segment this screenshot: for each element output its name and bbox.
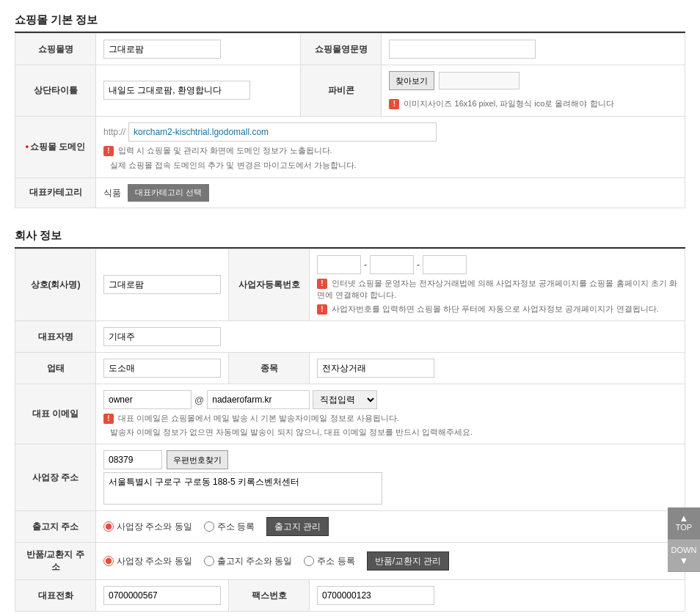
category-select-button[interactable]: 대표카테고리 선택 (128, 184, 209, 202)
domain-label: •쇼핑몰 도메인 (15, 116, 96, 177)
shop-eng-name-cell (382, 34, 685, 65)
phone-cell (96, 580, 229, 612)
biz-type-input[interactable] (103, 359, 221, 378)
favicon-info: ! 이미지사이즈 16x16 pixel, 파일형식 ico로 올려해야 합니다 (389, 98, 613, 110)
email-info-icon1: ! (103, 414, 114, 424)
ceo-name-cell (96, 321, 685, 353)
return-radio1[interactable] (103, 556, 114, 566)
section-title-basic: 쇼핑몰 기본 정보 (15, 7, 685, 33)
ship-radio1[interactable] (103, 521, 114, 532)
email-cell: @ 직접입력 naver.com gmail.com daum.net ! 대표… (96, 384, 685, 444)
shop-name-input[interactable] (103, 40, 221, 59)
top-title-cell (96, 65, 301, 117)
shop-name-cell (96, 34, 301, 65)
addr-textarea[interactable]: 서울특별시 구로구 구로동 188-5 키록스벤처센터 (103, 472, 382, 505)
ceo-name-input[interactable] (103, 327, 221, 346)
email-select[interactable]: 직접입력 naver.com gmail.com daum.net (313, 390, 377, 409)
ship-radio1-text: 사업장 주소와 동일 (117, 521, 192, 533)
phone-input[interactable] (103, 586, 221, 605)
category-label: 대표카테고리 (15, 177, 96, 208)
down-button[interactable]: DOWN ▼ (668, 540, 700, 572)
email-info2: 발송자 이메일 정보가 없으면 자동메일 발송이 되지 않으니, 대표 이메일 … (103, 426, 677, 439)
email-domain-input[interactable] (207, 390, 310, 409)
return-radio1-label[interactable]: 사업장 주소와 동일 (103, 555, 192, 568)
email-user-input[interactable] (103, 390, 192, 409)
return-radio2-text: 출고지 주소와 동일 (217, 555, 293, 568)
email-label: 대표 이메일 (15, 384, 96, 444)
biz-num-input1[interactable] (317, 255, 361, 274)
biz-sep1: - (364, 260, 367, 270)
company-name-cell (96, 249, 229, 321)
ship-addr-cell: 사업장 주소와 동일 주소 등록 출고지 관리 (96, 511, 685, 543)
return-radio3-text: 주소 등록 (317, 555, 354, 568)
biz-num-input3[interactable] (423, 255, 467, 274)
top-title-input[interactable] (103, 81, 250, 100)
down-arrow: ▼ (679, 556, 689, 565)
domain-cell: http:// ! 입력 시 쇼핑몰 및 관리자 화면에 도메인 정보가 노출됩… (96, 116, 685, 177)
zip-search-button[interactable]: 우편번호찾기 (167, 450, 228, 469)
fax-input[interactable] (317, 586, 434, 605)
fab-container: ▲ TOP DOWN ▼ (668, 507, 700, 572)
return-addr-label: 반품/교환지 주소 (15, 543, 96, 580)
basic-info-table: 쇼핑몰명 쇼핑몰영문명 상단타이틀 파비콘 찾아보기 ! 이미지사이즈 16x1… (15, 33, 685, 208)
top-arrow: ▲ (679, 513, 689, 523)
section-title-company: 회사 정보 (15, 223, 685, 249)
category-value: 식품 (103, 187, 121, 197)
biz-num-label: 사업자등록번호 (229, 249, 310, 321)
biz-type-cell (96, 353, 229, 384)
ship-radio2-text: 주소 등록 (217, 521, 255, 533)
biz-item-label: 종목 (229, 353, 310, 384)
favicon-cell: 찾아보기 ! 이미지사이즈 16x16 pixel, 파일형식 ico로 올려해… (382, 65, 685, 117)
shop-eng-name-label: 쇼핑몰영문명 (301, 34, 382, 65)
ship-radio1-label[interactable]: 사업장 주소와 동일 (103, 521, 192, 533)
email-info1: ! 대표 이메일은 쇼핑몰에서 메일 발송 시 기본 발송자이메일 정보로 사용… (103, 412, 677, 425)
biz-num-cell: - - ! 인터넷 쇼핑몰 운영자는 전자상거래법에 의해 사업자정보 공개페이… (310, 249, 685, 321)
return-addr-cell: 사업장 주소와 동일 출고지 주소와 동일 주소 등록 반품/교환지 관리 (96, 543, 685, 580)
ship-radio2[interactable] (204, 521, 214, 532)
top-button[interactable]: ▲ TOP (668, 507, 700, 540)
at-sign: @ (194, 395, 204, 406)
ship-manage-button[interactable]: 출고지 관리 (266, 517, 329, 536)
biz-info1: ! 인터넷 쇼핑몰 운영자는 전자상거래법에 의해 사업자정보 공개페이지를 쇼… (317, 277, 677, 301)
return-manage-button[interactable]: 반품/교환지 관리 (367, 551, 450, 571)
company-info-table: 상호(회사명) 사업자등록번호 - - ! 인터넷 쇼핑몰 운영자는 전자상거래… (15, 249, 685, 612)
shop-name-label: 쇼핑몰명 (15, 34, 96, 65)
favicon-preview (439, 72, 519, 89)
biz-type-label: 업태 (15, 353, 96, 384)
biz-item-input[interactable] (317, 359, 434, 378)
zip-input[interactable] (103, 450, 162, 469)
return-radio3-label[interactable]: 주소 등록 (304, 555, 354, 568)
biz-num-input2[interactable] (370, 255, 414, 274)
fax-cell (310, 580, 685, 612)
return-radio3[interactable] (304, 556, 314, 566)
biz-info-icon2: ! (317, 304, 327, 315)
biz-item-cell (310, 353, 685, 384)
ceo-name-label: 대표자명 (15, 321, 96, 353)
biz-sep2: - (417, 260, 420, 270)
addr-cell: 우편번호찾기 서울특별시 구로구 구로동 188-5 키록스벤처센터 (96, 444, 685, 511)
domain-prefix: http:// (103, 127, 125, 137)
return-radio1-text: 사업장 주소와 동일 (117, 555, 192, 568)
category-cell: 식품 대표카테고리 선택 (96, 177, 685, 208)
fax-label: 팩스번호 (229, 580, 310, 612)
domain-input[interactable] (128, 122, 437, 142)
company-name-input[interactable] (103, 275, 221, 294)
biz-info-icon1: ! (317, 279, 327, 289)
addr-label: 사업장 주소 (15, 444, 96, 511)
return-radio2[interactable] (204, 556, 214, 566)
domain-info-icon1: ! (103, 146, 114, 156)
top-title-label: 상단타이틀 (15, 65, 96, 117)
domain-info2: 실제 쇼핑몰 접속 도메인의 추가 및 변경은 마이고도에서 가능합니다. (103, 159, 677, 172)
domain-required: • (26, 142, 29, 152)
shop-eng-name-input[interactable] (389, 40, 536, 59)
top-label: TOP (676, 523, 692, 532)
favicon-label: 파비콘 (301, 65, 382, 117)
phone-label: 대표전화 (15, 580, 96, 612)
domain-info1: ! 입력 시 쇼핑몰 및 관리자 화면에 도메인 정보가 노출됩니다. (103, 144, 677, 157)
return-radio2-label[interactable]: 출고지 주소와 동일 (204, 555, 293, 568)
ship-radio2-label[interactable]: 주소 등록 (204, 521, 255, 533)
down-label: DOWN (671, 546, 697, 555)
favicon-browse-button[interactable]: 찾아보기 (389, 71, 434, 90)
company-name-label: 상호(회사명) (15, 249, 96, 321)
favicon-info-icon: ! (389, 99, 399, 109)
